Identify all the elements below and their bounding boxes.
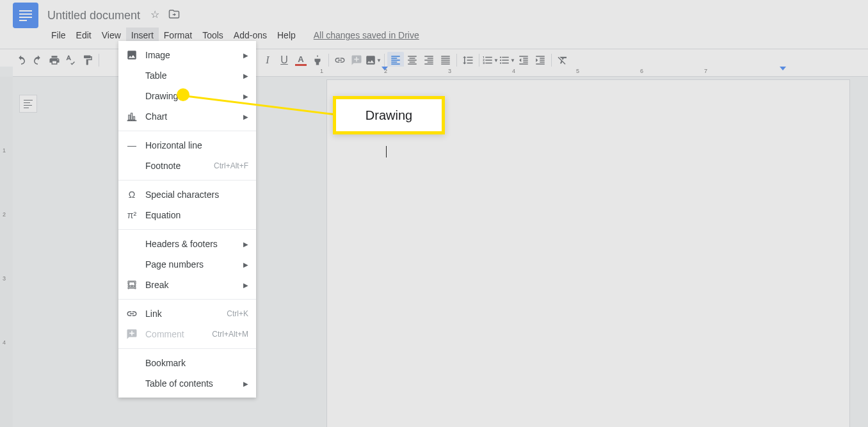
link-icon (126, 308, 138, 319)
ruler-tick: 7 (704, 68, 707, 74)
submenu-arrow-icon: ▶ (243, 72, 248, 79)
horizontal-line-icon: — (126, 140, 138, 150)
move-icon[interactable] (168, 8, 180, 22)
document-title[interactable]: Untitled document (44, 9, 144, 22)
submenu-arrow-icon: ▶ (243, 241, 248, 248)
callout-line (179, 92, 346, 124)
break-icon (126, 279, 138, 291)
text-cursor (386, 146, 387, 157)
insert-page-numbers-item[interactable]: Page numbers ▶ (118, 254, 256, 275)
star-icon[interactable]: ☆ (150, 8, 159, 22)
highlight-dot (177, 88, 189, 101)
insert-toc-item[interactable]: Table of contents ▶ (118, 373, 256, 394)
link-shortcut: Ctrl+K (227, 309, 248, 318)
save-status[interactable]: All changes saved in Drive (314, 30, 419, 40)
submenu-arrow-icon: ▶ (243, 282, 248, 289)
submenu-arrow-icon: ▶ (243, 52, 248, 59)
callout-label: Drawing (366, 108, 412, 123)
insert-horizontal-line-item[interactable]: — Horizontal line (118, 135, 256, 156)
chart-icon (126, 111, 138, 122)
insert-break-label: Break (145, 280, 236, 290)
ruler-tick: 3 (448, 68, 451, 74)
insert-comment-item[interactable]: Comment Ctrl+Alt+M (118, 324, 256, 344)
callout-box: Drawing (333, 96, 445, 134)
insert-link-item[interactable]: Link Ctrl+K (118, 303, 256, 324)
ruler-tick: 6 (640, 68, 643, 74)
insert-image-item[interactable]: Image ▶ (118, 45, 256, 65)
vruler-tick: 3 (3, 275, 6, 282)
pi-icon: π² (126, 210, 138, 220)
insert-headers-label: Headers & footers (145, 239, 236, 249)
insert-page-numbers-label: Page numbers (145, 259, 236, 270)
ruler-tick: 1 (320, 68, 323, 74)
insert-footnote-label: Footnote (145, 161, 206, 171)
comment-icon (126, 328, 138, 340)
menu-file[interactable]: File (46, 28, 71, 43)
titlebar: Untitled document ☆ (0, 0, 868, 26)
insert-footnote-item[interactable]: Footnote Ctrl+Alt+F (118, 156, 256, 176)
image-icon (126, 49, 138, 61)
insert-link-label: Link (145, 309, 219, 319)
insert-equation-item[interactable]: π² Equation (118, 205, 256, 225)
comment-shortcut: Ctrl+Alt+M (212, 330, 248, 339)
ruler-tick: 5 (576, 68, 579, 74)
vruler-tick: 4 (3, 339, 6, 346)
docs-logo-icon[interactable] (13, 3, 38, 28)
insert-hline-label: Horizontal line (145, 140, 248, 150)
footnote-shortcut: Ctrl+Alt+F (214, 161, 248, 170)
insert-toc-label: Table of contents (145, 378, 236, 389)
svg-line-0 (186, 96, 336, 115)
insert-table-label: Table (145, 70, 236, 81)
insert-bookmark-item[interactable]: Bookmark (118, 353, 256, 373)
insert-headers-footers-item[interactable]: Headers & footers ▶ (118, 234, 256, 254)
insert-image-label: Image (145, 50, 236, 60)
outline-toggle-icon[interactable] (19, 95, 37, 113)
insert-table-item[interactable]: Table ▶ (118, 65, 256, 86)
vertical-ruler: 1234 (0, 77, 13, 427)
insert-comment-label: Comment (145, 329, 204, 339)
submenu-arrow-icon: ▶ (243, 380, 248, 387)
vruler-tick: 2 (3, 211, 6, 218)
submenu-arrow-icon: ▶ (243, 261, 248, 268)
insert-equation-label: Equation (145, 210, 248, 220)
ruler-tick: 2 (384, 68, 387, 74)
menu-edit[interactable]: Edit (71, 28, 97, 43)
insert-special-chars-label: Special characters (145, 189, 248, 200)
insert-special-chars-item[interactable]: Ω Special characters (118, 184, 256, 205)
ruler-tick: 4 (512, 68, 515, 74)
menu-help[interactable]: Help (272, 28, 301, 43)
insert-break-item[interactable]: Break ▶ (118, 275, 256, 295)
insert-bookmark-label: Bookmark (145, 358, 248, 368)
vruler-tick: 1 (3, 147, 6, 154)
omega-icon: Ω (126, 189, 138, 200)
